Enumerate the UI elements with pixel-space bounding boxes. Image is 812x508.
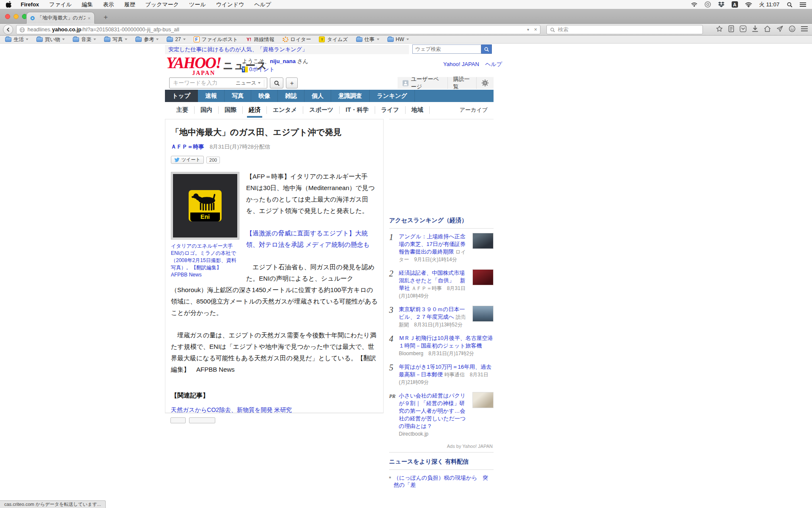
web-search-button[interactable] [481, 44, 492, 54]
nav-tab-personal[interactable]: 個人 [304, 90, 331, 102]
category-local[interactable]: 地域 [406, 106, 430, 114]
bookmark-folder-hw[interactable]: HW [387, 36, 409, 42]
category-economy[interactable]: 経済 [243, 106, 267, 114]
ranking-thumbnail[interactable] [472, 306, 494, 322]
ads-by-label[interactable]: Ads by Yahoo! JAPAN [390, 444, 493, 449]
bookmark-folder-reference[interactable]: 参考 [135, 36, 159, 43]
nav-tab-magazine[interactable]: 雑誌 [278, 90, 304, 102]
times-icon: T [319, 36, 325, 42]
clipped-button[interactable] [189, 417, 215, 423]
category-it-science[interactable]: IT・科学 [340, 106, 375, 114]
clipped-button[interactable] [170, 417, 186, 423]
nav-tab-top[interactable]: トップ [165, 90, 198, 102]
category-entertainment[interactable]: エンタメ [267, 106, 303, 114]
bookmark-filepost[interactable]: Fファイルポスト [194, 36, 238, 43]
pocket-icon[interactable] [740, 25, 746, 32]
paid-content-link[interactable]: （にっぽんの負担）税の現場から 突然の「差 [394, 474, 494, 489]
username-link[interactable]: niju_nana [270, 58, 296, 64]
tweet-button[interactable]: ツイート [171, 156, 204, 164]
menubar-item-history[interactable]: 履歴 [124, 1, 135, 8]
menubar-item-file[interactable]: ファイル [49, 1, 71, 8]
ranking-thumbnail[interactable] [472, 392, 494, 408]
yahoo-japan-link[interactable]: Yahoo! JAPAN [443, 61, 479, 67]
nav-tab-flash[interactable]: 速報 [198, 90, 225, 102]
new-tab-button[interactable]: + [101, 13, 111, 22]
category-domestic[interactable]: 国内 [195, 106, 219, 114]
help-link[interactable]: ヘルプ [485, 61, 502, 67]
bookmark-folder-life[interactable]: 生活 [5, 36, 28, 43]
settings-button[interactable] [476, 77, 494, 89]
menubar-item-view[interactable]: 表示 [103, 1, 114, 8]
related-link[interactable]: 天然ガスからCO2除去、新物質を開発 米研究 [171, 404, 378, 413]
creative-cloud-icon[interactable] [705, 1, 711, 8]
paid-content-item[interactable]: ■ （にっぽんの負担）税の現場から 突然の「差 [389, 470, 494, 489]
browser-search-bar[interactable]: 検索 [546, 25, 703, 34]
ranking-link[interactable]: ＭＲＪ初飛行は10月後半、名古屋空港１時間－国産初のジェット旅客機 [399, 335, 493, 349]
menubar-item-edit[interactable]: 編集 [82, 1, 93, 8]
news-search-button[interactable] [270, 77, 283, 88]
promo-link[interactable]: 安定した仕事に就けるものが人気、「資格ランキング」 [168, 46, 307, 53]
spotlight-icon[interactable] [787, 2, 793, 8]
news-search-field[interactable]: キーワードを入力 ニュース [169, 77, 267, 88]
home-icon[interactable] [764, 25, 771, 32]
bookmark-star-icon[interactable] [716, 25, 723, 32]
menubar-item-help[interactable]: ヘルプ [254, 1, 271, 8]
dropbox-icon[interactable] [718, 2, 724, 8]
category-main[interactable]: 主要 [170, 106, 195, 114]
share-icon[interactable] [776, 25, 783, 32]
menubar-item-bookmarks[interactable]: ブックマーク [145, 1, 179, 8]
reader-mode-icon[interactable] [728, 25, 734, 32]
bookmark-folder-music[interactable]: 音楽 [73, 36, 96, 43]
stop-loading-icon[interactable]: × [534, 27, 537, 33]
tpoint-row[interactable]: T 0ポイント [242, 66, 274, 73]
category-world[interactable]: 国際 [219, 106, 243, 114]
bookmark-folder-27[interactable]: 27 [167, 36, 185, 42]
nav-tab-photo[interactable]: 写真 [225, 90, 251, 102]
notification-center-icon[interactable] [800, 2, 806, 7]
minimize-window-button[interactable] [14, 14, 19, 19]
bookmark-transit[interactable]: Y!路線情報 [246, 36, 274, 43]
bookmark-times[interactable]: Tタイムズ [319, 36, 348, 43]
nav-tab-poll[interactable]: 意識調査 [331, 90, 370, 102]
site-identity-globe-icon[interactable] [19, 27, 25, 33]
search-scope-dropdown[interactable]: ニュース [236, 80, 264, 87]
web-search-input[interactable] [412, 44, 481, 54]
wifi-icon[interactable] [745, 2, 752, 7]
ranking-link[interactable]: 東京駅前３９０ｍの日本一ビル、２７年度完成へ [399, 306, 465, 320]
archive-link[interactable]: アーカイブ [460, 106, 488, 114]
bookmark-folder-photo[interactable]: 写真 [104, 36, 127, 43]
ranking-thumbnail[interactable] [472, 269, 494, 285]
photo-caption[interactable]: イタリアのエネルギー大手ENIのロゴ。ミラノの本社で（2008年2月15日撮影、… [171, 243, 239, 279]
category-life[interactable]: ライフ [375, 106, 406, 114]
tab-close-icon[interactable]: × [88, 16, 91, 21]
userpage-button[interactable]: ユーザーページ [398, 77, 447, 89]
menubar-item-window[interactable]: ウインドウ [216, 1, 244, 8]
ranking-thumbnail[interactable] [472, 233, 494, 249]
menubar-item-firefox[interactable]: Firefox [21, 1, 39, 8]
tweet-count[interactable]: 200 [206, 157, 220, 163]
eni-logo-photo[interactable]: Eni [173, 174, 237, 237]
menubar-item-tools[interactable]: ツール [189, 1, 206, 8]
url-bar[interactable]: headlines.yahoo.co.jp/hl?a=20150831-0000… [16, 25, 540, 34]
apple-icon[interactable] [6, 1, 11, 8]
account-icon[interactable] [789, 25, 796, 32]
bookmark-reuters[interactable]: ロイター [283, 36, 311, 43]
subscriptions-button[interactable]: 購読一覧 [447, 77, 476, 89]
wifi-transfer-icon[interactable] [691, 2, 697, 7]
ranking-link[interactable]: 小さい会社の経営はパクリが９割｜「経営の神様」研究の第一人者が明かす…会社の経営… [399, 392, 466, 429]
bookmark-label: ファイルポスト [202, 36, 238, 43]
close-window-button[interactable] [5, 14, 10, 19]
back-button[interactable] [3, 25, 13, 35]
nav-tab-video[interactable]: 映像 [251, 90, 278, 102]
input-source-icon[interactable]: A [732, 1, 738, 8]
browser-tab[interactable]: 「地中海最大」のガス田、... × [26, 12, 95, 24]
bookmark-folder-shopping[interactable]: 買い物 [36, 36, 65, 43]
bookmark-folder-work[interactable]: 仕事 [356, 36, 379, 43]
menu-icon[interactable] [801, 26, 808, 32]
nav-tab-ranking[interactable]: ランキング [370, 90, 415, 102]
url-dropdown-icon[interactable]: ▼ [527, 28, 530, 32]
add-keyword-button[interactable]: ＋ [286, 77, 298, 88]
downloads-icon[interactable] [752, 25, 758, 32]
category-sports[interactable]: スポーツ [303, 106, 340, 114]
article-source-link[interactable]: ＡＦＰ＝時事 [171, 144, 204, 150]
